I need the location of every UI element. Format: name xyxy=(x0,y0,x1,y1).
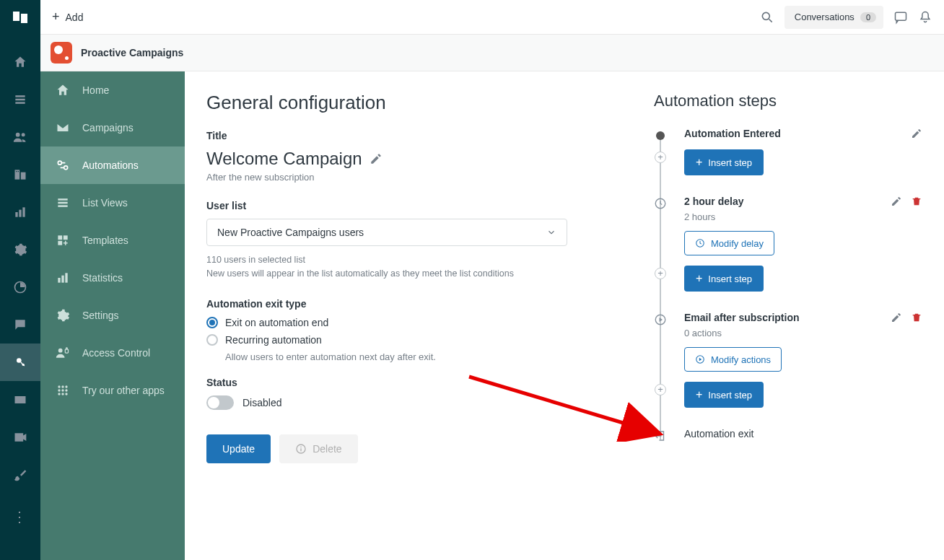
svg-rect-25 xyxy=(64,235,68,240)
modify-actions-label: Modify actions xyxy=(711,354,771,365)
chat-icon[interactable] xyxy=(893,10,908,25)
rail-reports-icon[interactable] xyxy=(0,193,40,231)
home-icon xyxy=(55,83,71,97)
status-value: Disabled xyxy=(242,397,281,408)
modify-actions-button[interactable]: Modify actions xyxy=(684,347,782,372)
info-icon xyxy=(295,443,307,455)
sidebar-item-access[interactable]: Access Control xyxy=(40,334,185,372)
exit-option-recurring[interactable]: Recurring automation xyxy=(206,334,611,346)
sidebar-item-otherapps[interactable]: Try our other apps xyxy=(40,372,185,409)
svg-rect-7 xyxy=(16,171,17,172)
exit-option-end[interactable]: Exit on automation end xyxy=(206,317,611,328)
rail-explore-icon[interactable] xyxy=(0,268,40,306)
rail-admin-icon[interactable] xyxy=(0,231,40,268)
svg-rect-10 xyxy=(19,210,21,217)
sidebar-item-templates[interactable]: Templates xyxy=(40,222,185,259)
conversations-count: 0 xyxy=(860,12,876,22)
insert-step-label: Insert step xyxy=(708,274,752,284)
title-label: Title xyxy=(206,130,611,141)
add-tab-button[interactable]: + Add xyxy=(52,9,83,25)
rail-views-icon[interactable] xyxy=(0,81,40,118)
insert-step-label: Insert step xyxy=(708,390,752,401)
edit-step-icon[interactable] xyxy=(911,128,922,139)
step-node-email xyxy=(654,313,667,326)
rail-mail-icon[interactable] xyxy=(0,381,40,419)
automation-steps-panel: Automation steps Automation Entered xyxy=(654,92,922,540)
search-icon[interactable] xyxy=(760,10,774,25)
exit-label: Automation exit type xyxy=(206,298,611,310)
bell-icon[interactable] xyxy=(918,10,932,25)
modify-delay-label: Modify delay xyxy=(711,238,764,249)
sidebar-item-label: Statistics xyxy=(82,272,123,284)
step-delay-title: 2 hour delay xyxy=(684,196,743,207)
step-email-sub: 0 actions xyxy=(684,328,922,338)
userlist-select[interactable]: New Proactive Campaigns users xyxy=(206,219,567,246)
svg-rect-6 xyxy=(21,172,26,180)
rail-home-icon[interactable] xyxy=(0,43,40,81)
insert-step-button[interactable]: + Insert step xyxy=(684,266,764,292)
list-icon xyxy=(55,196,71,210)
sidebar-item-automations[interactable]: Automations xyxy=(40,146,185,184)
sidebar-item-settings[interactable]: Settings xyxy=(40,297,185,334)
general-configuration-panel: General configuration Title Welcome Camp… xyxy=(206,92,611,540)
svg-rect-21 xyxy=(58,198,67,201)
app-icon xyxy=(51,42,72,64)
userlist-helper-1: 110 users in selected list xyxy=(206,253,567,267)
svg-rect-22 xyxy=(58,202,67,204)
svg-rect-28 xyxy=(61,276,64,283)
status-label: Status xyxy=(206,377,611,388)
global-nav-rail: ⋮ xyxy=(0,0,40,560)
delete-button[interactable]: Delete xyxy=(279,434,357,463)
rail-customers-icon[interactable] xyxy=(0,118,40,156)
delete-step-icon[interactable] xyxy=(911,196,922,207)
sidebar-item-listviews[interactable]: List Views xyxy=(40,184,185,222)
exit-option-recurring-sub: Allow users to enter automation next day… xyxy=(225,351,611,362)
app-header: Proactive Campaigns xyxy=(40,35,944,71)
rail-proactive-icon[interactable] xyxy=(0,344,40,381)
rail-org-icon[interactable] xyxy=(0,156,40,193)
add-step-icon[interactable]: + xyxy=(655,384,666,395)
radio-icon xyxy=(206,317,218,328)
add-step-icon[interactable]: + xyxy=(655,268,666,279)
rail-more-icon[interactable]: ⋮ xyxy=(0,502,40,531)
svg-line-17 xyxy=(769,19,772,22)
rail-video-icon[interactable] xyxy=(0,419,40,456)
sidebar-item-label: Home xyxy=(82,84,109,96)
add-step-icon[interactable]: + xyxy=(655,152,666,163)
delete-step-icon[interactable] xyxy=(911,312,922,323)
step-email-title: Email after subscription xyxy=(684,312,799,323)
edit-step-icon[interactable] xyxy=(891,312,902,323)
svg-point-32 xyxy=(58,385,60,388)
radio-icon xyxy=(206,334,218,346)
sidebar-item-home[interactable]: Home xyxy=(40,71,185,109)
play-icon xyxy=(695,354,705,364)
clock-icon xyxy=(654,197,667,210)
sidebar: Home Campaigns Automations List Views Te… xyxy=(40,71,185,560)
rail-chat-icon[interactable] xyxy=(0,306,40,344)
edit-title-icon[interactable] xyxy=(370,152,383,165)
sidebar-item-campaigns[interactable]: Campaigns xyxy=(40,109,185,146)
svg-point-3 xyxy=(16,133,20,137)
mail-icon xyxy=(55,121,71,135)
sidebar-item-label: Access Control xyxy=(82,347,150,359)
rail-brush-icon[interactable] xyxy=(0,456,40,494)
svg-rect-24 xyxy=(58,235,62,240)
svg-point-20 xyxy=(64,166,68,170)
userlist-helper-2: New users will appear in the list automa… xyxy=(206,267,567,281)
svg-rect-0 xyxy=(15,95,25,97)
insert-step-button[interactable]: + Insert step xyxy=(684,149,764,175)
sidebar-item-statistics[interactable]: Statistics xyxy=(40,259,185,297)
step-node-exit xyxy=(654,429,667,442)
status-toggle[interactable] xyxy=(206,395,234,410)
update-button[interactable]: Update xyxy=(206,434,271,463)
chevron-down-icon xyxy=(546,227,556,237)
modify-delay-button[interactable]: Modify delay xyxy=(684,231,774,255)
step-node-entered xyxy=(654,129,667,142)
conversations-button[interactable]: Conversations 0 xyxy=(785,6,883,29)
svg-rect-43 xyxy=(300,448,301,451)
edit-step-icon[interactable] xyxy=(891,196,902,207)
insert-step-button[interactable]: + Insert step xyxy=(684,382,764,408)
automation-subtitle: After the new subscription xyxy=(206,172,611,183)
svg-point-34 xyxy=(65,385,67,388)
zendesk-logo xyxy=(12,9,29,26)
